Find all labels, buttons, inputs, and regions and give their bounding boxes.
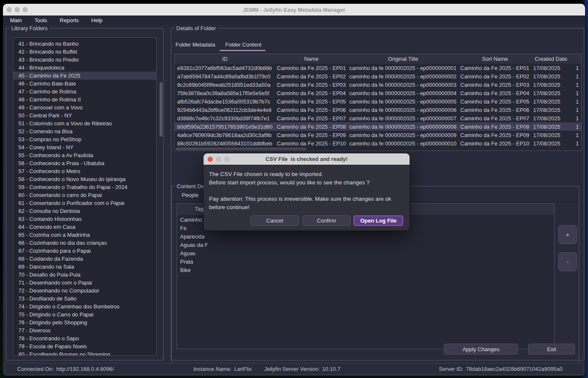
tag-row[interactable]: Bike xyxy=(177,266,554,274)
table-hscrollbar-thumb[interactable] xyxy=(176,148,307,150)
list-item[interactable]: 75 - Dirigindo o Carro do Papai xyxy=(13,311,156,318)
table-cell: 17/08/2025 xyxy=(531,132,570,138)
confirm-button[interactable]: Confirm xyxy=(302,215,351,226)
list-item[interactable]: 48 - Carrinho de Rolima II xyxy=(13,96,156,104)
list-item[interactable]: 69 - Dancando na Sala xyxy=(13,263,156,271)
list-item[interactable]: 49 - Carrossel com a Vovo xyxy=(13,104,156,111)
list-item[interactable]: 67 - Cozinhando para o Papai xyxy=(13,247,156,255)
list-item[interactable]: 63 - Contando Historinhas xyxy=(13,215,156,223)
column-header[interactable]: Sort Name xyxy=(459,56,531,62)
table-row[interactable]: a7ab65947847ad4c89a5afbd3b1f79c0Caminho … xyxy=(175,72,581,80)
list-item[interactable]: 68 - Cuidando da Fazenda xyxy=(13,255,156,263)
list-item[interactable]: 41 - Brincando no Banho xyxy=(13,40,156,48)
table-cell: Caminho da Fe 2025 - EP01 xyxy=(275,65,348,71)
table-cell: 17/08/2025 xyxy=(531,107,570,113)
list-item[interactable]: 77 - Diversos xyxy=(13,326,156,334)
list-item[interactable]: 62 - Consulta no Dentista xyxy=(13,207,156,215)
instance-label: Instance Name: xyxy=(193,366,232,372)
menu-reports[interactable]: Reports xyxy=(57,17,83,23)
list-item[interactable]: 80 - Escolhendo Roupas no Shopping xyxy=(13,350,156,356)
add-button[interactable]: + xyxy=(558,225,577,244)
table-cell: b0df590a2361579517653901e5e31d60 xyxy=(175,124,275,130)
list-item[interactable]: 43 - Brincando no Predio xyxy=(13,56,156,64)
library-folder-list[interactable]: 41 - Brincando no Banho42 - Brincando no… xyxy=(13,37,157,356)
tab-people[interactable]: People xyxy=(182,192,199,198)
list-item[interactable]: 64 - Correndo em Casa xyxy=(13,223,156,231)
list-item[interactable]: 56 - Conhecendo a Praia - Ubatuba xyxy=(13,159,156,167)
table-row[interactable]: d3888c7e46c7c32c9330bd39f74fb7e1Caminho … xyxy=(175,114,581,122)
list-item[interactable]: 47 - Carrinho de Rolima xyxy=(13,88,156,96)
column-header[interactable]: Name xyxy=(275,56,348,62)
table-cell: Caminho da Fe 2025 - EP01 xyxy=(459,65,531,71)
active-tab-underline xyxy=(219,50,266,51)
list-item[interactable]: 57 - Conhecendo o Metro xyxy=(13,167,156,175)
tag-row[interactable]: Aguas da F xyxy=(177,241,554,249)
table-cell: 17/08/2025 xyxy=(531,90,570,96)
table-header-row[interactable]: IDNameOriginal TitleSort NameCreated Dat… xyxy=(175,54,581,64)
tag-row[interactable]: Prata xyxy=(177,258,554,266)
table-cell: afb526afc74dacbe1536a005319b7b7c xyxy=(175,98,275,105)
remove-button[interactable]: - xyxy=(558,252,577,271)
table-cell: caminho da fe 0000002025 - ep0000000002 xyxy=(348,73,459,80)
list-item[interactable]: 66 - Cozinhando no dia das crianças xyxy=(13,239,156,247)
list-item[interactable]: 55 - Conhecendo a Av Paulista xyxy=(13,151,156,159)
list-item[interactable]: 72 - Desenhando no Computador xyxy=(13,287,156,295)
list-item[interactable]: 76 - Dirigindo pelo Shopping xyxy=(13,318,156,326)
dialog-titlebar[interactable]: CSV File is checked and ready! xyxy=(204,153,410,165)
list-item[interactable]: 61 - Consertando o Purificador com o Pap… xyxy=(13,199,156,207)
list-item[interactable]: 70 - Desafio do Pula-Pula xyxy=(13,271,156,279)
list-item[interactable]: 65 - Cozinha com a Madrinha xyxy=(13,231,156,239)
table-row[interactable]: e9281c2077a6bf563ac5ad4732d0b88bCaminho … xyxy=(175,64,581,72)
tag-row[interactable]: Aparecida xyxy=(177,233,554,241)
status-instance: Instance Name:LariFlix xyxy=(193,366,252,372)
list-item[interactable]: 79 - Escola de Papais Noeis xyxy=(13,342,156,350)
list-item[interactable]: 42 - Brincando no Buffet xyxy=(13,48,156,56)
table-cell: 8c2c69b045f9feeab2518551ed33a50a xyxy=(175,82,275,88)
list-item[interactable]: 44 - Brinquedoteca xyxy=(13,64,156,72)
menu-tools[interactable]: Tools xyxy=(31,17,50,23)
list-item[interactable]: 52 - Comendo na Bisa xyxy=(13,127,156,135)
list-item[interactable]: 58 - Conhecendo o Novo Museu do Ipiranga xyxy=(13,175,156,183)
list-item[interactable]: 53 - Compras no PetShop xyxy=(13,135,156,143)
table-row[interactable]: 75fe3878ea0c39a8a585e17f0e5e5e5fCaminho … xyxy=(175,89,581,97)
list-item[interactable]: 74 - Dirigindo o Caminhao dos Bombeiros xyxy=(13,303,156,311)
table-cell: d3888c7e46c7c32c9330bd39f74fb7e1 xyxy=(175,115,275,122)
tag-row[interactable]: Aguas xyxy=(177,249,554,258)
list-item[interactable]: 73 - Desfilando de Salto xyxy=(13,295,156,303)
list-item[interactable]: 71 - Desenhando com o Papai xyxy=(13,279,156,287)
table-row[interactable]: b0df590a2361579517653901e5e31d60Caminho … xyxy=(175,122,581,131)
table-row[interactable]: 4a6ce760909dc3b78618aa2d30c3af9bCaminho … xyxy=(175,131,581,139)
table-cell: caminho da fe 0000002025 - ep0000000005 xyxy=(348,98,459,105)
library-folders-label: Library Folders xyxy=(9,25,50,31)
menu-help[interactable]: Help xyxy=(88,17,106,23)
column-header[interactable]: Original Title xyxy=(348,56,459,62)
list-item[interactable]: 54 - Coney Island - NY xyxy=(13,143,156,151)
table-hscrollbar-track[interactable] xyxy=(175,147,581,150)
library-scrollbar[interactable] xyxy=(160,82,162,137)
exit-button[interactable]: Exit xyxy=(528,344,575,355)
version-label: Jellyfin Server Version: xyxy=(264,366,320,372)
menu-main[interactable]: Main xyxy=(7,17,25,23)
table-row[interactable]: 8c2c69b045f9feeab2518551ed33a50aCaminho … xyxy=(175,80,581,89)
table-cell: Caminho da Fe 2025 - EP02 xyxy=(459,73,531,80)
tab-folder-metadata[interactable]: Folder Metadata xyxy=(175,41,215,48)
list-item[interactable]: 78 - Encontrando o Sapo xyxy=(13,334,156,342)
apply-changes-button[interactable]: Apply Changes xyxy=(444,344,518,355)
list-item[interactable]: 60 - Consertando o carro do Papai xyxy=(13,191,156,199)
table-row[interactable]: 9294b6443a2bf9ce062112cb3de4e4e8Caminho … xyxy=(175,106,581,114)
table-row[interactable]: 88c50261b5928248055643101ddbfbebCaminho … xyxy=(175,139,581,148)
list-item[interactable]: 46 - Carrinho Bate-Bate xyxy=(13,80,156,88)
list-item[interactable]: 45 - Caminho da Fe 2025 xyxy=(13,72,156,80)
table-row[interactable]: afb526afc74dacbe1536a005319b7b7cCaminho … xyxy=(175,97,581,106)
column-header[interactable]: Created Date xyxy=(531,56,570,62)
column-header[interactable]: ID xyxy=(175,56,275,62)
table-cell: 1 xyxy=(570,115,580,122)
list-item[interactable]: 51 - Colorindo com a Vovo de Ribeirao xyxy=(13,119,156,127)
list-item[interactable]: 50 - Central Park - NY xyxy=(13,111,156,119)
list-item[interactable]: 59 - Conhecendo o Trabalho do Papai - 20… xyxy=(13,183,156,191)
tab-folder-content[interactable]: Folder Content xyxy=(225,41,261,48)
table-cell: Caminho da Fe 2025 - EP08 xyxy=(275,124,348,130)
window-titlebar[interactable]: JEMM - Jellyfin Easy Metadata Manager xyxy=(3,4,585,16)
cancel-button[interactable]: Cancel xyxy=(250,215,299,226)
open-log-file-button[interactable]: Open Log File xyxy=(353,215,403,226)
